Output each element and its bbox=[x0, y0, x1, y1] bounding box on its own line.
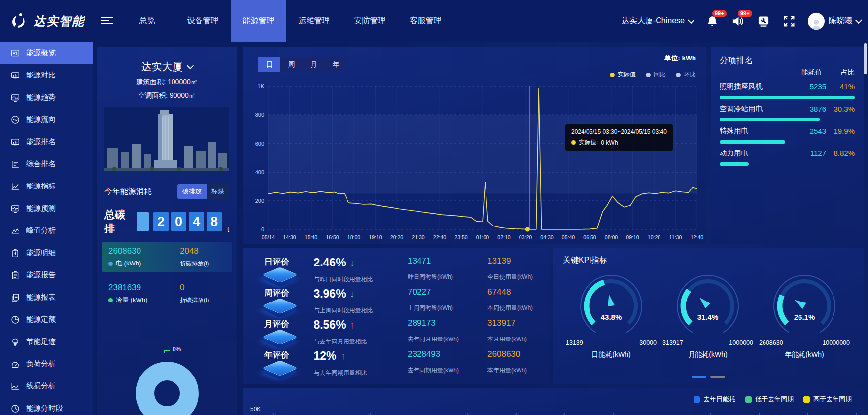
chart-tab-0[interactable]: 日 bbox=[258, 57, 280, 72]
eval-percent: 2.46% ↓ bbox=[313, 256, 408, 269]
sidebar-item-14[interactable]: 负荷分析 bbox=[0, 353, 93, 375]
bar-column bbox=[370, 413, 419, 415]
rank-panel-title: 分项排名 bbox=[720, 55, 855, 66]
sidebar-item-label: 能源指标 bbox=[26, 182, 56, 191]
gauge-chart bbox=[660, 267, 756, 341]
chart-tab-3[interactable]: 年 bbox=[325, 57, 347, 72]
svg-text:01:00: 01:00 bbox=[476, 234, 489, 240]
detail-icon bbox=[11, 249, 20, 258]
sidebar-item-15[interactable]: 线损分析 bbox=[0, 375, 93, 397]
daily-energy-bar-panel: 去年日能耗低于去年同期高于去年同期 50K bbox=[243, 388, 864, 415]
legend-item-1[interactable]: 同比 bbox=[646, 71, 666, 79]
converted-label: 折碳排放(t) bbox=[180, 296, 225, 304]
sidebar-item-5[interactable]: 综合排名 bbox=[0, 153, 93, 175]
building-name: 达实大厦 bbox=[141, 60, 183, 74]
svg-text:10:20: 10:20 bbox=[648, 234, 660, 240]
sidebar-item-11[interactable]: 能源报表 bbox=[0, 286, 93, 308]
chart-tab-2[interactable]: 月 bbox=[303, 57, 325, 72]
sidebar-item-label: 能源对比 bbox=[26, 71, 56, 80]
toggle-coal[interactable]: 标煤 bbox=[207, 184, 229, 199]
nav-item-2[interactable]: 能源管理 bbox=[231, 0, 286, 42]
arrow-down-icon: ↓ bbox=[350, 257, 355, 268]
legend-item-0[interactable]: 实际值 bbox=[610, 71, 636, 79]
svg-text:05/14: 05/14 bbox=[262, 234, 275, 240]
gauge-max: 1000000 bbox=[729, 340, 753, 346]
timeslot-icon bbox=[11, 404, 20, 413]
gauge-min: 313917 bbox=[662, 340, 683, 346]
bottom-legend-item-2[interactable]: 高于去年同期 bbox=[803, 395, 852, 404]
sidebar-item-12[interactable]: 能源定额 bbox=[0, 308, 93, 331]
eval-prev-value: 289173 bbox=[408, 318, 487, 328]
arrow-down-icon: ↓ bbox=[350, 288, 355, 300]
svg-text:14:30: 14:30 bbox=[283, 234, 296, 240]
tooltip-value: 0 kWh bbox=[601, 139, 618, 146]
sidebar-item-7[interactable]: 能源预测 bbox=[0, 197, 93, 220]
bar-column bbox=[273, 413, 322, 415]
peak-icon bbox=[11, 226, 20, 235]
building-area-row: 建筑面积: 100000㎡ bbox=[97, 78, 237, 87]
nav-item-5[interactable]: 客服管理 bbox=[398, 0, 453, 42]
toggle-carbon[interactable]: 碳排放 bbox=[177, 184, 207, 199]
sidebar-item-8[interactable]: 峰值分析 bbox=[0, 220, 93, 242]
consumption-title: 今年能源消耗 bbox=[104, 187, 152, 197]
eval-percent: 3.96% ↓ bbox=[313, 287, 408, 301]
site-selector-dropdown[interactable]: 达实大厦-Chinese bbox=[622, 16, 694, 26]
sound-speaker-icon[interactable]: 99+ bbox=[731, 14, 745, 28]
total-carbon-row: 总碳排 2048 t bbox=[97, 208, 237, 235]
series-dot-icon bbox=[108, 262, 113, 266]
chart-tab-1[interactable]: 周 bbox=[280, 57, 303, 72]
sidebar-item-1[interactable]: 能源对比 bbox=[0, 64, 93, 86]
app-logo: 达实智能 bbox=[8, 0, 85, 42]
gauge-max: 10000000 bbox=[822, 340, 850, 346]
scrollbar-thumb[interactable] bbox=[864, 43, 867, 74]
legend-label: 环比 bbox=[684, 71, 696, 79]
kpi-gauge-0: 43.8% 13139 30000 日能耗(kWh) bbox=[563, 267, 660, 359]
eval-cur-value: 67448 bbox=[487, 287, 549, 297]
sidebar-item-10[interactable]: 能源报告 bbox=[0, 264, 93, 286]
building-selector[interactable]: 达实大厦 bbox=[97, 60, 237, 74]
sidebar-item-4[interactable]: 能源排名 bbox=[0, 131, 93, 153]
fullscreen-icon[interactable] bbox=[782, 14, 796, 28]
nav-item-1[interactable]: 设备管理 bbox=[175, 0, 231, 42]
eval-prev-label: 昨日同时段(kWh) bbox=[408, 273, 487, 281]
eval-row-1: 周评价 3.96% ↓ 与上周同时段用量相比 70227 上周同时段(kWh) … bbox=[257, 287, 549, 318]
tooltip-series-dot bbox=[571, 140, 576, 145]
contact-card-icon[interactable] bbox=[757, 14, 770, 28]
user-menu[interactable]: 陈晓曦 bbox=[808, 13, 861, 30]
bar-column bbox=[467, 413, 516, 415]
eval-sub-label: 与昨日同时段用量相比 bbox=[313, 275, 408, 284]
platform-icon bbox=[257, 328, 305, 348]
eval-cur-label: 本周使用量(kWh) bbox=[487, 304, 549, 312]
kpi-pagination bbox=[692, 376, 725, 378]
chevron-down-icon bbox=[688, 16, 694, 23]
gauge-min: 2608630 bbox=[759, 340, 783, 346]
pager-dash-active[interactable] bbox=[692, 376, 706, 378]
rank-value: 3876 bbox=[796, 105, 826, 113]
notification-bell-icon[interactable]: 99+ bbox=[705, 14, 719, 28]
sidebar-item-9[interactable]: 能源明细 bbox=[0, 242, 93, 264]
gauge-max: 30000 bbox=[639, 340, 657, 346]
legend-label: 高于去年同期 bbox=[813, 395, 852, 404]
sidebar-item-2[interactable]: 能源趋势 bbox=[0, 86, 93, 109]
kpi-panel-title: 关键KPI指标 bbox=[563, 255, 864, 265]
sidebar-item-13[interactable]: 节能足迹 bbox=[0, 331, 93, 353]
legend-dot-icon bbox=[646, 73, 651, 77]
legend-item-2[interactable]: 环比 bbox=[676, 71, 696, 79]
nav-item-0[interactable]: 总览 bbox=[119, 0, 175, 42]
sidebar-item-3[interactable]: 能源流向 bbox=[0, 109, 93, 131]
eval-name: 日评价 bbox=[257, 256, 313, 267]
chevron-down-icon bbox=[855, 16, 862, 23]
hamburger-menu-icon[interactable] bbox=[101, 15, 113, 26]
bottom-legend-item-0[interactable]: 去年日能耗 bbox=[694, 395, 735, 404]
nav-item-3[interactable]: 运维管理 bbox=[286, 0, 342, 42]
svg-text:600: 600 bbox=[255, 141, 264, 147]
bottom-legend-item-1[interactable]: 低于去年同期 bbox=[745, 395, 794, 404]
sidebar-item-0[interactable]: 能源概览 bbox=[0, 42, 93, 64]
top-navbar: 达实智能 总览设备管理能源管理运维管理安防管理客服管理 达实大厦-Chinese… bbox=[0, 0, 868, 42]
sidebar-item-16[interactable]: 能源分时段 bbox=[0, 397, 93, 415]
rank-percent: 19.9% bbox=[826, 127, 855, 135]
sidebar-item-6[interactable]: 能源指标 bbox=[0, 175, 93, 197]
pager-dash[interactable] bbox=[710, 376, 725, 378]
rank-bar bbox=[720, 140, 785, 144]
nav-item-4[interactable]: 安防管理 bbox=[342, 0, 398, 42]
